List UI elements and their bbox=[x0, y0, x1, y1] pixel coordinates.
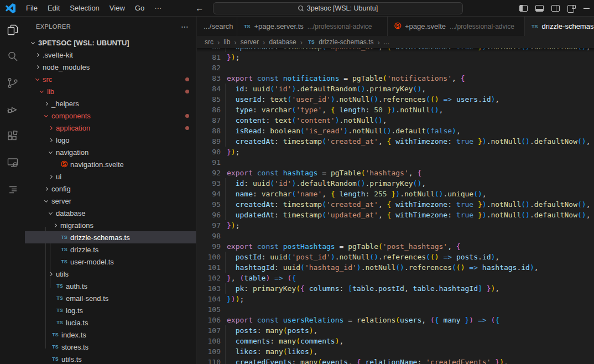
folder-item--svelte-kit[interactable]: .svelte-kit bbox=[25, 49, 196, 61]
line-number[interactable]: 108 bbox=[197, 336, 221, 346]
line-number[interactable]: 103 bbox=[197, 283, 221, 294]
menu-[interactable]: ⋯ bbox=[149, 2, 166, 14]
code-line-87[interactable]: 87 content: text('content').notNull(), bbox=[197, 115, 594, 126]
line-number[interactable]: 94 bbox=[197, 189, 221, 199]
code-line-99[interactable]: 99export const postHashtags = pgTable('p… bbox=[197, 241, 594, 252]
tab-drizzle-schemas-ts[interactable]: TSdrizzle-schemas.ts bbox=[525, 17, 594, 36]
file-item-utils-ts[interactable]: TSutils.ts bbox=[25, 353, 196, 364]
code-line-81[interactable]: 81}); bbox=[197, 52, 594, 63]
file-item-log-ts[interactable]: TSlog.ts bbox=[25, 304, 196, 316]
tab--search[interactable]: .../search bbox=[197, 17, 237, 36]
menu-selection[interactable]: Selection bbox=[65, 2, 104, 14]
line-number[interactable]: 92 bbox=[197, 168, 221, 178]
line-number[interactable]: 101 bbox=[197, 262, 221, 273]
line-number[interactable]: 91 bbox=[197, 157, 221, 168]
code-line-82[interactable]: 82 bbox=[197, 63, 594, 73]
menu-edit[interactable]: Edit bbox=[43, 2, 65, 14]
line-number[interactable]: 83 bbox=[197, 73, 221, 84]
explorer-icon[interactable] bbox=[0, 17, 25, 43]
line-number[interactable]: 89 bbox=[197, 136, 221, 147]
extensions-icon[interactable] bbox=[0, 123, 25, 149]
folder-item-migrations[interactable]: migrations bbox=[25, 219, 196, 231]
customize-layout-icon[interactable] bbox=[567, 5, 576, 12]
folder-item-server[interactable]: server bbox=[25, 195, 196, 207]
outline-list-icon[interactable] bbox=[0, 176, 25, 202]
folder-item--helpers[interactable]: _helpers bbox=[25, 97, 196, 110]
line-number[interactable]: 84 bbox=[197, 84, 221, 94]
code-line-84[interactable]: 84 id: uuid('id').defaultRandom().primar… bbox=[197, 84, 594, 94]
line-number[interactable]: 105 bbox=[197, 304, 221, 315]
file-item-drizzle-schemas-ts[interactable]: TSdrizzle-schemas.ts bbox=[25, 231, 196, 243]
tab--page-svelte[interactable]: Ⓢ+page.svelte.../professional-advice bbox=[388, 17, 525, 36]
line-number[interactable]: 109 bbox=[197, 346, 221, 357]
file-item-drizzle-ts[interactable]: TSdrizzle.ts bbox=[25, 243, 196, 256]
folder-item-application[interactable]: application bbox=[25, 122, 196, 134]
folder-item-lib[interactable]: lib bbox=[25, 85, 196, 97]
code-line-89[interactable]: 89 createdAt: timestamp('created_at', { … bbox=[197, 136, 594, 147]
line-number[interactable]: 96 bbox=[197, 210, 221, 220]
menu-go[interactable]: Go bbox=[130, 2, 149, 14]
breadcrumb-item-database[interactable]: database bbox=[269, 38, 296, 46]
line-number[interactable]: 100 bbox=[197, 252, 221, 262]
folder-item-ui[interactable]: ui bbox=[25, 170, 196, 183]
code-line-95[interactable]: 95 createdAt: timestamp('created_at', { … bbox=[197, 199, 594, 210]
minimize-icon[interactable] bbox=[583, 5, 590, 12]
code-line-107[interactable]: 107 posts: many(posts), bbox=[197, 325, 594, 336]
breadcrumb-item-src[interactable]: src bbox=[205, 38, 213, 46]
line-number[interactable]: 106 bbox=[197, 315, 221, 325]
folder-item-components[interactable]: components bbox=[25, 110, 196, 122]
tab--page-server-ts[interactable]: TS+page.server.ts.../professional-advice bbox=[237, 17, 388, 36]
code-line-92[interactable]: 92export const hashtags = pgTable('hasht… bbox=[197, 168, 594, 178]
file-item-email-send-ts[interactable]: TSemail-send.ts bbox=[25, 292, 196, 304]
code-line-109[interactable]: 109 likes: many(likes), bbox=[197, 346, 594, 357]
code-line-100[interactable]: 100 postId: uuid('post_id').notNull().re… bbox=[197, 252, 594, 262]
code-line-110[interactable]: 110 createdEvents: many(events, { relati… bbox=[197, 357, 594, 364]
line-number[interactable]: 107 bbox=[197, 325, 221, 336]
file-item-lucia-ts[interactable]: TSlucia.ts bbox=[25, 316, 196, 329]
remote-explorer-icon[interactable] bbox=[0, 149, 25, 176]
command-center-search[interactable]: 3petsoc [WSL: Ubuntu] bbox=[213, 2, 463, 14]
sidebar-more-actions-icon[interactable]: ⋯ bbox=[181, 22, 189, 31]
run-and-debug-icon[interactable] bbox=[0, 96, 25, 123]
line-number[interactable]: 104 bbox=[197, 294, 221, 304]
code-line-91[interactable]: 91 bbox=[197, 157, 594, 168]
back-arrow-icon[interactable]: ← bbox=[195, 3, 204, 13]
code-line-103[interactable]: 103 pk: primaryKey({ columns: [table.pos… bbox=[197, 283, 594, 294]
folder-item-3petsoc-wsl-ubuntu-[interactable]: 3PETSOC [WSL: UBUNTU] bbox=[25, 37, 196, 49]
line-number[interactable]: 80 bbox=[197, 48, 221, 52]
code-line-88[interactable]: 88 isRead: boolean('is_read').notNull().… bbox=[197, 126, 594, 136]
line-number[interactable]: 88 bbox=[197, 126, 221, 136]
line-number[interactable]: 90 bbox=[197, 147, 221, 157]
breadcrumb-item-lib[interactable]: lib bbox=[223, 38, 230, 46]
folder-item-navigation[interactable]: navigation bbox=[25, 146, 196, 158]
line-number[interactable]: 97 bbox=[197, 220, 221, 231]
toggle-primary-sidebar-icon[interactable] bbox=[519, 5, 528, 12]
line-number[interactable]: 85 bbox=[197, 94, 221, 105]
line-number[interactable]: 98 bbox=[197, 231, 221, 241]
code-line-101[interactable]: 101 hashtagId: uuid('hashtag_id').notNul… bbox=[197, 262, 594, 273]
line-number[interactable]: 81 bbox=[197, 52, 221, 63]
code-line-102[interactable]: 102}, (table) => ({ bbox=[197, 273, 594, 283]
code-line-80[interactable]: 80 updatedAt: timestamp('updated_at', { … bbox=[197, 48, 594, 52]
code-line-104[interactable]: 104})); bbox=[197, 294, 594, 304]
source-control-icon[interactable] bbox=[0, 70, 25, 96]
file-item-stores-ts[interactable]: TSstores.ts bbox=[25, 341, 196, 353]
breadcrumb-item-server[interactable]: server bbox=[241, 38, 259, 46]
code-line-96[interactable]: 96 updatedAt: timestamp('updated_at', { … bbox=[197, 210, 594, 220]
code-line-85[interactable]: 85 userId: text('user_id').notNull().ref… bbox=[197, 94, 594, 105]
folder-item-config[interactable]: config bbox=[25, 183, 196, 195]
code-line-98[interactable]: 98 bbox=[197, 231, 594, 241]
code-line-94[interactable]: 94 name: varchar('name', { length: 255 }… bbox=[197, 189, 594, 199]
line-number[interactable]: 93 bbox=[197, 178, 221, 189]
code-line-83[interactable]: 83export const notifications = pgTable('… bbox=[197, 73, 594, 84]
menu-file[interactable]: File bbox=[21, 2, 43, 14]
line-number[interactable]: 82 bbox=[197, 63, 221, 73]
folder-item-src[interactable]: src bbox=[25, 73, 196, 85]
toggle-panel-icon[interactable] bbox=[535, 5, 544, 12]
line-number[interactable]: 99 bbox=[197, 241, 221, 252]
menu-view[interactable]: View bbox=[105, 2, 130, 14]
line-number[interactable]: 102 bbox=[197, 273, 221, 283]
folder-item-utils[interactable]: utils bbox=[25, 268, 196, 280]
code-line-106[interactable]: 106export const usersRelations = relatio… bbox=[197, 315, 594, 325]
folder-item-database[interactable]: database bbox=[25, 207, 196, 219]
